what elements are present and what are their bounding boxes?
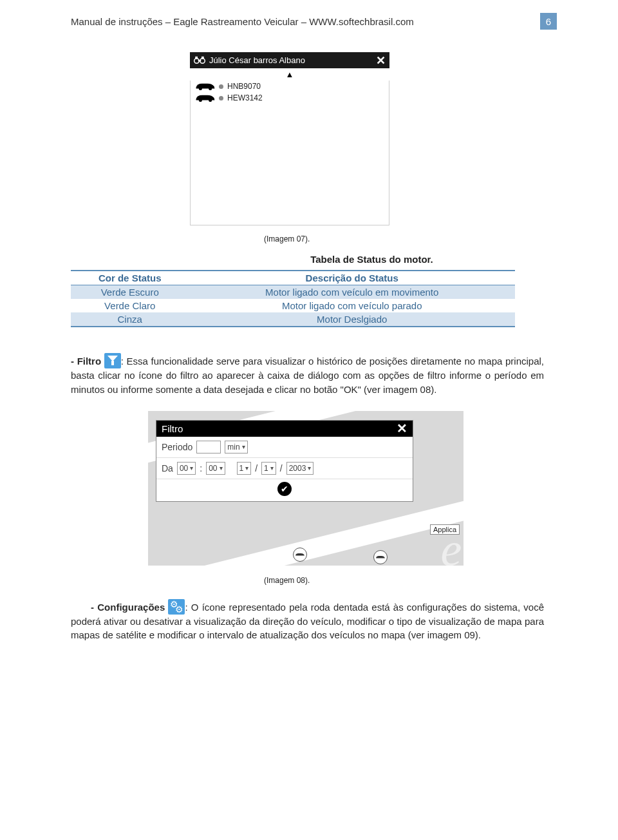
status-table: Cor de Status Descrição do Status Verde …	[71, 270, 515, 327]
table-row: Cinza Motor Deslgiado	[71, 312, 515, 327]
input-periodo[interactable]	[196, 441, 221, 453]
vehicle-marker-icon	[373, 550, 388, 564]
paragraph-config: - Configurações : O ícone representado p…	[71, 599, 544, 643]
tooltip-applica: Applica	[430, 524, 460, 535]
vehicle-list-item[interactable]: HEW3142	[191, 92, 389, 104]
status-dot-icon	[219, 84, 223, 89]
gear-icon	[168, 599, 185, 615]
select-month[interactable]: 1	[261, 462, 276, 475]
image-caption: (Imagem 07).	[264, 234, 557, 243]
cell-desc: Motor ligado com veículo parado	[189, 299, 515, 312]
svg-point-6	[209, 87, 212, 90]
cell-desc: Motor ligado com veículo em movimento	[189, 285, 515, 300]
select-hour[interactable]: 00	[177, 462, 196, 475]
config-lead: - Configurações	[91, 602, 165, 613]
close-icon[interactable]: ✕	[397, 424, 407, 433]
table-header-color: Cor de Status	[71, 271, 189, 285]
image-caption: (Imagem 08).	[264, 576, 557, 585]
vehicle-plate: HNB9070	[227, 82, 261, 91]
label-da: Da	[162, 463, 173, 473]
select-year[interactable]: 2003	[286, 462, 314, 475]
paragraph-filtro: - Filtro : Essa funcionalidade serve par…	[71, 353, 544, 397]
row-date: Da 00 : 00 1 / 1 / 2003	[156, 458, 413, 479]
label-periodo: Periodo	[162, 442, 192, 452]
cell-color: Verde Escuro	[71, 285, 189, 300]
funnel-icon	[104, 353, 121, 368]
svg-rect-4	[201, 57, 204, 59]
svg-rect-2	[198, 60, 201, 61]
svg-point-5	[199, 87, 202, 90]
collapse-arrow-icon[interactable]: ▲	[190, 68, 389, 81]
row-periodo: Periodo min	[156, 437, 413, 458]
dialog-footer: ✔	[156, 479, 413, 501]
table-row: Verde Escuro Motor ligado com veículo em…	[71, 285, 515, 300]
select-day[interactable]: 1	[237, 462, 252, 475]
vehicle-list-item[interactable]: HNB9070	[191, 81, 389, 92]
page-number: 6	[540, 13, 557, 30]
cell-color: Cinza	[71, 312, 189, 327]
car-icon	[194, 82, 216, 91]
header-title: Manual de instruções – Eagle Rastreament…	[71, 16, 532, 27]
close-icon[interactable]: ✕	[376, 56, 386, 65]
car-icon	[194, 93, 216, 102]
table-title: Tabela de Status do motor.	[187, 254, 557, 265]
filtro-text: : Essa funcionalidade serve para visuali…	[71, 356, 544, 395]
page-header: Manual de instruções – Eagle Rastreament…	[71, 13, 557, 30]
vehicle-list: HNB9070 HEW3142	[190, 81, 389, 225]
cell-color: Verde Claro	[71, 299, 189, 312]
vehicle-plate: HEW3142	[227, 93, 263, 102]
filtro-lead: - Filtro	[71, 356, 101, 367]
panel-header: Júlio César barros Albano ✕	[190, 52, 389, 68]
filtro-dialog: Filtro ✕ Periodo min Da 00 : 00 1 / 1 / …	[156, 420, 413, 502]
screenshot-filtro-dialog: ei Filtro ✕ Periodo min Da 00 : 00	[148, 411, 464, 566]
vehicle-marker-icon	[293, 548, 307, 562]
dialog-header: Filtro ✕	[156, 421, 413, 437]
dialog-title: Filtro	[162, 423, 397, 434]
user-name: Júlio César barros Albano	[209, 55, 376, 65]
table-header-desc: Descrição do Status	[189, 271, 515, 285]
select-minute[interactable]: 00	[206, 462, 225, 475]
screenshot-vehicle-list: Júlio César barros Albano ✕ ▲ HNB9070 HE…	[190, 52, 389, 225]
svg-rect-3	[195, 57, 198, 59]
ok-button[interactable]: ✔	[277, 482, 292, 496]
binoculars-icon	[194, 55, 205, 66]
svg-point-7	[199, 99, 202, 102]
table-row: Verde Claro Motor ligado com veículo par…	[71, 299, 515, 312]
cell-desc: Motor Deslgiado	[189, 312, 515, 327]
select-unit[interactable]: min	[225, 441, 247, 453]
status-dot-icon	[219, 96, 223, 100]
svg-point-8	[209, 99, 212, 102]
